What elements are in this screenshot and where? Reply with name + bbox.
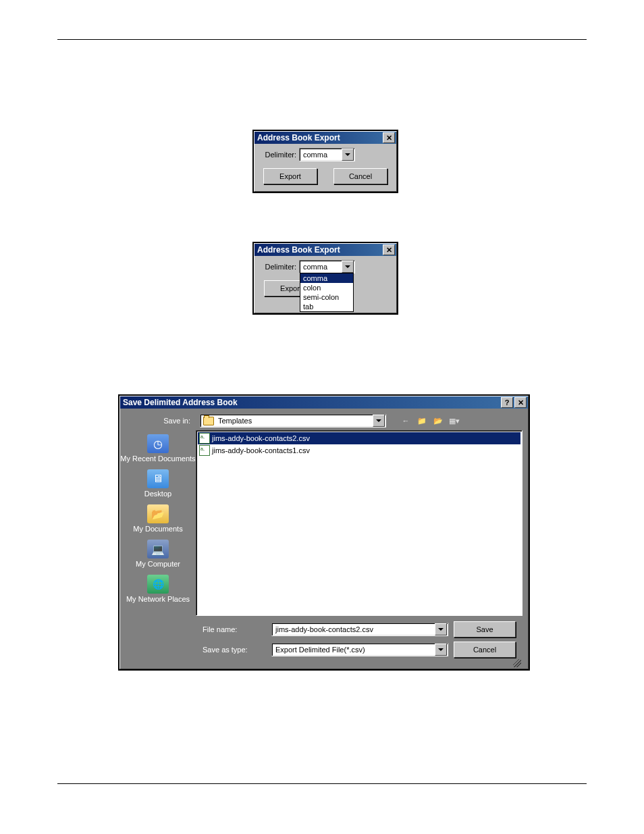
file-item-name: jims-addy-book-contacts1.csv xyxy=(212,446,310,454)
back-icon[interactable]: ← xyxy=(400,415,412,427)
places-bar: My Recent Documents Desktop My Documents xyxy=(120,430,196,669)
csv-file-icon xyxy=(199,445,210,456)
save-as-type-label: Save as type: xyxy=(203,646,266,654)
export-button[interactable]: Export xyxy=(263,168,317,184)
place-label: My Network Places xyxy=(120,595,196,603)
new-folder-icon[interactable]: 📂 xyxy=(432,415,444,427)
recent-documents-icon xyxy=(147,434,169,453)
save-in-value: Templates xyxy=(217,416,372,425)
close-icon[interactable]: ✕ xyxy=(514,397,527,408)
places-desktop[interactable]: Desktop xyxy=(120,468,196,500)
file-item-name: jims-addy-book-contacts2.csv xyxy=(212,434,310,442)
file-item[interactable]: jims-addy-book-contacts2.csv xyxy=(198,432,520,444)
page-rule-bottom xyxy=(57,783,587,784)
delimiter-dropdown: comma colon semi-colon tab xyxy=(300,273,354,312)
views-icon[interactable]: ▦▾ xyxy=(448,415,460,427)
delimiter-combo-value: comma xyxy=(302,150,341,159)
chevron-down-icon[interactable] xyxy=(373,415,385,427)
place-label: My Computer xyxy=(120,560,196,568)
file-list[interactable]: jims-addy-book-contacts2.csv jims-addy-b… xyxy=(196,430,522,616)
cancel-button[interactable]: Cancel xyxy=(333,168,387,184)
delimiter-label: Delimiter: xyxy=(260,151,299,159)
place-label: My Documents xyxy=(120,525,196,533)
delimiter-option[interactable]: tab xyxy=(300,302,353,311)
titlebar[interactable]: Address Book Export ✕ xyxy=(254,132,396,144)
chevron-down-icon[interactable] xyxy=(342,149,354,161)
save-in-label: Save in: xyxy=(127,417,196,425)
titlebar[interactable]: Save Delimited Address Book ? ✕ xyxy=(120,396,528,409)
file-item[interactable]: jims-addy-book-contacts1.csv xyxy=(198,444,520,457)
my-network-places-icon xyxy=(147,575,169,594)
desktop-icon xyxy=(147,469,169,488)
chevron-down-icon[interactable] xyxy=(435,623,447,635)
save-as-type-value: Export Delimited File(*.csv) xyxy=(274,645,434,654)
address-book-export-dialog-open: Address Book Export ✕ Delimiter: comma c… xyxy=(252,242,398,315)
delimiter-option[interactable]: semi-colon xyxy=(300,292,353,302)
chevron-down-icon[interactable] xyxy=(435,644,447,656)
save-as-type-combo[interactable]: Export Delimited File(*.csv) xyxy=(271,643,448,656)
close-icon[interactable]: ✕ xyxy=(383,132,395,143)
file-name-input[interactable]: jims-addy-book-contacts2.csv xyxy=(271,623,448,636)
delimiter-option[interactable]: comma xyxy=(300,273,353,283)
save-in-combo[interactable]: Templates xyxy=(200,414,386,427)
my-computer-icon xyxy=(147,540,169,558)
chevron-down-icon[interactable] xyxy=(342,261,354,273)
place-label: Desktop xyxy=(120,490,196,498)
help-icon[interactable]: ? xyxy=(501,397,513,408)
delimiter-combo[interactable]: comma xyxy=(299,148,355,161)
place-label: My Recent Documents xyxy=(120,454,196,463)
address-book-export-dialog: Address Book Export ✕ Delimiter: comma E… xyxy=(252,130,398,193)
places-my-computer[interactable]: My Computer xyxy=(120,538,196,571)
places-my-recent-documents[interactable]: My Recent Documents xyxy=(120,433,196,465)
csv-file-icon xyxy=(199,433,210,444)
dialog-title: Save Delimited Address Book xyxy=(123,398,238,407)
places-my-network-places[interactable]: My Network Places xyxy=(120,573,196,606)
file-name-value: jims-addy-book-contacts2.csv xyxy=(274,625,434,634)
delimiter-combo[interactable]: comma comma colon semi-colon tab xyxy=(299,260,355,273)
places-my-documents[interactable]: My Documents xyxy=(120,503,196,536)
delimiter-combo-value: comma xyxy=(302,262,341,271)
resize-grip-icon[interactable] xyxy=(513,659,521,667)
my-documents-icon xyxy=(147,504,169,523)
delimiter-label: Delimiter: xyxy=(260,263,299,271)
cancel-button[interactable]: Cancel xyxy=(454,642,516,658)
file-name-label: File name: xyxy=(203,625,266,633)
up-one-level-icon[interactable]: 📁 xyxy=(416,415,428,427)
save-button[interactable]: Save xyxy=(454,621,516,637)
dialog-title: Address Book Export xyxy=(257,133,340,142)
page-rule-top xyxy=(57,39,587,40)
folder-icon xyxy=(203,417,214,425)
delimiter-option[interactable]: colon xyxy=(300,283,353,292)
save-delimited-address-book-dialog: Save Delimited Address Book ? ✕ Save in:… xyxy=(118,394,530,671)
titlebar[interactable]: Address Book Export ✕ xyxy=(254,244,396,256)
dialog-title: Address Book Export xyxy=(257,245,340,255)
close-icon[interactable]: ✕ xyxy=(383,244,395,255)
